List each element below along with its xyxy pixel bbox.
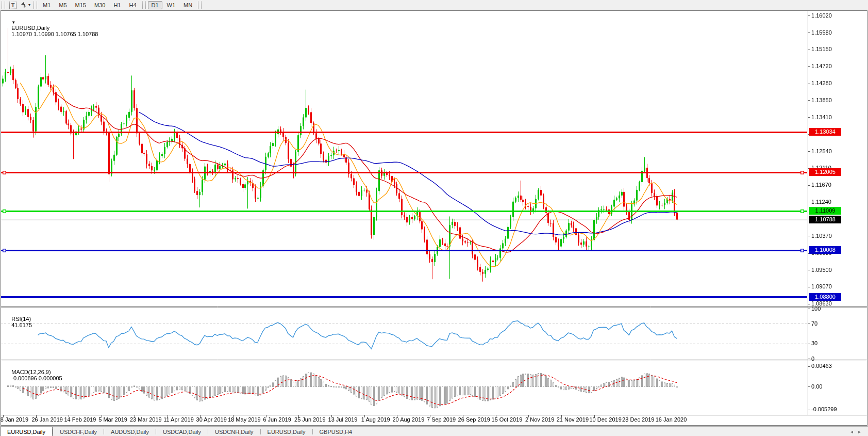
date-axis-tick xyxy=(298,415,299,417)
timeframe-button-h1[interactable]: H1 xyxy=(110,1,124,9)
price-axis-label: 1.15150 xyxy=(811,46,865,53)
date-axis-label: 16 Jan 2020 xyxy=(650,416,692,423)
rsi-axis-label: 0 xyxy=(811,356,865,362)
price-axis-label: 1.13850 xyxy=(811,97,865,104)
tab-usdcnh-daily[interactable]: USDCNH,Daily xyxy=(208,427,260,436)
date-axis-tick xyxy=(36,415,37,417)
tab-eurusd-daily[interactable]: EURUSD,Daily xyxy=(0,427,53,436)
level-badge-1.12005: 1.12005 xyxy=(809,168,841,176)
date-axis-tick xyxy=(168,415,168,417)
price-axis-label: 1.16020 xyxy=(811,12,865,19)
date-axis-tick xyxy=(594,415,595,417)
date-axis-tick xyxy=(69,415,69,417)
collapse-triangle-icon[interactable]: ▼ xyxy=(11,20,15,25)
timeframe-button-m1[interactable]: M1 xyxy=(39,1,54,9)
date-axis-tick xyxy=(135,415,135,417)
price-axis-label: 1.14720 xyxy=(811,63,865,70)
price-axis-label: 1.11670 xyxy=(811,182,865,188)
tab-eurusd-daily[interactable]: EURUSD,Daily xyxy=(261,427,312,436)
current-price-badge: 1.10788 xyxy=(809,216,841,223)
level-badge-1.13034: 1.13034 xyxy=(809,128,841,136)
date-axis-tick xyxy=(331,415,332,417)
rsi-name: RSI(14) xyxy=(11,316,31,322)
date-axis-tick xyxy=(496,415,496,417)
price-axis-label: 1.09500 xyxy=(811,267,865,273)
rsi-axis-label: 30 xyxy=(811,340,865,347)
timeframe-button-h4[interactable]: H4 xyxy=(125,1,140,9)
date-axis-tick xyxy=(627,415,627,417)
macd-axis-label: 0.00 xyxy=(811,383,865,390)
cycle-arrange-icon xyxy=(21,2,27,8)
date-axis-tick xyxy=(430,415,430,417)
timeframe-button-m5[interactable]: M5 xyxy=(55,1,70,9)
chart-title: ▼ EURUSD,Daily 1.10970 1.10990 1.10765 1… xyxy=(5,12,98,43)
toolbar: T ▾ M1M5M15M30H1H4D1W1MN xyxy=(0,0,868,10)
price-axis-label: 1.09070 xyxy=(811,283,865,290)
timeframe-button-w1[interactable]: W1 xyxy=(163,1,179,9)
level-badge-1.11009: 1.11009 xyxy=(809,207,841,215)
mt4-terminal-window: T ▾ M1M5M15M30H1H4D1W1MN ▼ EURUSD,Daily … xyxy=(0,0,868,436)
tab-audusd-daily[interactable]: AUDUSD,Daily xyxy=(104,427,156,436)
tab-scroll-right-icon[interactable]: ▸ xyxy=(858,429,861,434)
toolbar-grip[interactable] xyxy=(198,1,202,9)
arrange-windows-button[interactable]: ▾ xyxy=(20,1,31,9)
timeframe-button-m15[interactable]: M15 xyxy=(72,1,90,9)
rsi-label: RSI(14) 41.6175 xyxy=(5,310,32,334)
macd-values: -0.000896 0.000005 xyxy=(11,375,62,381)
date-axis-tick xyxy=(561,415,562,417)
dropdown-caret-icon: ▾ xyxy=(28,3,30,7)
chart-symbol-label: EURUSD,Daily xyxy=(11,25,49,31)
date-axis-tick xyxy=(266,415,266,417)
price-axis-label: 1.10370 xyxy=(811,233,865,239)
tab-usdchf-daily[interactable]: USDCHF,Daily xyxy=(53,427,104,436)
date-axis-tick xyxy=(397,415,397,417)
timeframe-bar: M1M5M15M30H1H4D1W1MN xyxy=(39,0,196,10)
price-chart-canvas[interactable] xyxy=(1,10,867,426)
rsi-axis-label: 70 xyxy=(811,320,865,327)
rsi-axis-label: 100 xyxy=(811,305,865,312)
rsi-value: 41.6175 xyxy=(11,322,32,328)
tab-scroll-arrows: ◂ ▸ xyxy=(850,427,861,436)
date-axis-tick xyxy=(528,415,529,417)
date-axis-tick xyxy=(463,415,463,417)
level-badge-1.10008: 1.10008 xyxy=(809,246,841,254)
date-axis-tick xyxy=(200,415,201,417)
text-tool-button[interactable]: T xyxy=(7,1,19,9)
toolbar-grip[interactable] xyxy=(34,1,37,9)
chart-ohlc-values: 1.10970 1.10990 1.10765 1.10788 xyxy=(11,31,98,37)
price-axis-label: 1.13410 xyxy=(811,114,865,121)
timeframe-button-mn[interactable]: MN xyxy=(180,1,196,9)
tab-usdcad-daily[interactable]: USDCAD,Daily xyxy=(156,427,208,436)
toolbar-grip[interactable] xyxy=(2,1,5,9)
tab-scroll-left-icon[interactable]: ◂ xyxy=(850,429,853,434)
price-axis-label: 1.14280 xyxy=(811,80,865,87)
tab-gbpusd-h4[interactable]: GBPUSD,H4 xyxy=(313,427,359,436)
timeframe-button-m30[interactable]: M30 xyxy=(91,1,109,9)
date-axis-tick xyxy=(102,415,102,417)
macd-axis-label: 0.00463 xyxy=(811,363,865,369)
macd-name: MACD(12,26,9) xyxy=(11,369,51,375)
price-axis-label: 1.15580 xyxy=(811,29,865,36)
toolbar-separator xyxy=(142,1,146,9)
date-axis-tick xyxy=(660,415,660,417)
timeframe-button-d1[interactable]: D1 xyxy=(148,1,162,9)
price-axis-label: 1.12540 xyxy=(811,148,865,155)
text-tool-icon: T xyxy=(9,2,17,9)
date-axis-tick xyxy=(3,415,4,417)
macd-label: MACD(12,26,9) -0.000896 0.000005 xyxy=(5,363,62,387)
date-axis-tick xyxy=(364,415,365,417)
price-axis-label: 1.11240 xyxy=(811,199,865,205)
macd-axis-label: -0.005299 xyxy=(811,406,865,413)
chart-tab-bar: EURUSD,DailyUSDCHF,DailyAUDUSD,DailyUSDC… xyxy=(0,426,868,436)
level-badge-1.08800: 1.08800 xyxy=(809,293,841,301)
date-axis-tick xyxy=(233,415,233,417)
